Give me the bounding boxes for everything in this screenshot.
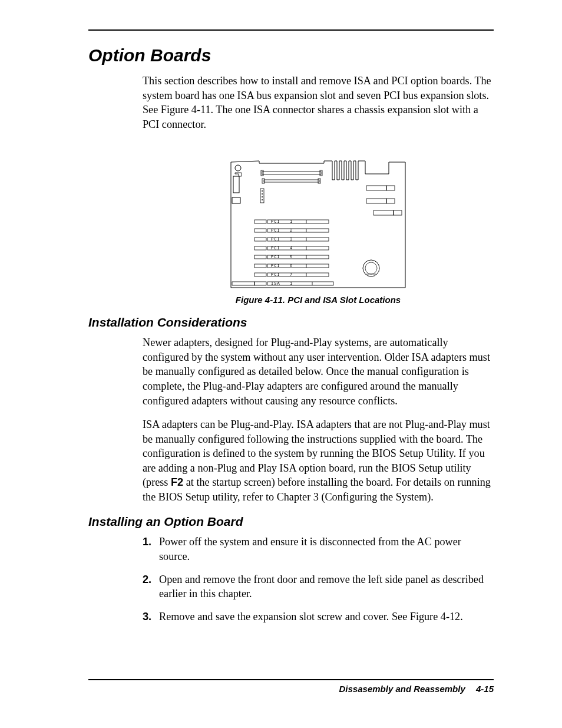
svg-rect-16 bbox=[366, 199, 386, 203]
svg-rect-18 bbox=[373, 210, 394, 215]
svg-rect-28 bbox=[254, 229, 266, 232]
svg-text:4: 4 bbox=[290, 246, 293, 251]
step-text: Power off the system and ensure it is di… bbox=[159, 535, 494, 564]
svg-text:1: 1 bbox=[290, 281, 293, 286]
svg-rect-15 bbox=[386, 186, 395, 190]
step-text: Open and remove the front door and remov… bbox=[159, 572, 494, 601]
svg-rect-1 bbox=[233, 176, 239, 193]
svg-text:2: 2 bbox=[290, 228, 293, 233]
svg-point-0 bbox=[235, 165, 241, 171]
figure-caption: Figure 4-11. PCI and ISA Slot Locations bbox=[143, 295, 494, 305]
list-item: 2. Open and remove the front door and re… bbox=[143, 572, 494, 601]
svg-text:1: 1 bbox=[290, 219, 293, 224]
step-number: 2. bbox=[143, 572, 159, 601]
svg-text:PCI: PCI bbox=[271, 228, 280, 233]
svg-rect-23 bbox=[254, 220, 266, 223]
svg-rect-53 bbox=[254, 273, 266, 276]
svg-text:5: 5 bbox=[290, 255, 293, 259]
svg-rect-14 bbox=[366, 186, 386, 190]
svg-rect-6 bbox=[264, 180, 319, 182]
svg-point-21 bbox=[365, 262, 377, 274]
page-footer: Dissasembly and Reassembly 4-15 bbox=[88, 679, 494, 694]
considerations-p2b: at the startup screen) before installing… bbox=[143, 476, 491, 503]
svg-text:7: 7 bbox=[290, 272, 293, 277]
svg-text:PCI: PCI bbox=[271, 219, 280, 224]
svg-rect-38 bbox=[254, 246, 266, 250]
intro-paragraph: This section describes how to install an… bbox=[143, 74, 494, 131]
board-diagram: PCI1PCI2PCI3PCI4PCI5PCI6PCI7ISA1 bbox=[230, 156, 406, 289]
svg-rect-48 bbox=[254, 264, 266, 268]
footer-page: 4-15 bbox=[476, 684, 494, 694]
svg-point-12 bbox=[262, 196, 263, 197]
step-number: 3. bbox=[143, 610, 159, 624]
svg-text:PCI: PCI bbox=[271, 237, 280, 242]
section-heading-considerations: Installation Considerations bbox=[88, 315, 494, 330]
section-heading-installing: Installing an Option Board bbox=[88, 515, 494, 529]
svg-text:ISA: ISA bbox=[271, 281, 280, 286]
considerations-p1: Newer adapters, designed for Plug-and-Pl… bbox=[143, 335, 494, 408]
step-text: Remove and save the expansion slot screw… bbox=[159, 610, 494, 624]
svg-text:3: 3 bbox=[290, 237, 293, 242]
svg-rect-3 bbox=[262, 172, 321, 174]
svg-rect-17 bbox=[386, 199, 395, 203]
svg-rect-19 bbox=[394, 210, 402, 215]
list-item: 3. Remove and save the expansion slot sc… bbox=[143, 610, 494, 624]
list-item: 1. Power off the system and ensure it is… bbox=[143, 535, 494, 564]
svg-text:PCI: PCI bbox=[271, 255, 280, 259]
svg-point-11 bbox=[262, 193, 263, 195]
svg-rect-43 bbox=[254, 255, 266, 259]
footer-section: Dissasembly and Reassembly bbox=[339, 684, 465, 694]
considerations-p2: ISA adapters can be Plug-and-Play. ISA a… bbox=[143, 417, 494, 504]
figure-4-11: PCI1PCI2PCI3PCI4PCI5PCI6PCI7ISA1 Figure … bbox=[143, 156, 494, 305]
page-content: Option Boards This section describes how… bbox=[88, 29, 494, 678]
svg-rect-33 bbox=[254, 238, 266, 241]
step-number: 1. bbox=[143, 535, 159, 564]
svg-rect-58 bbox=[254, 282, 266, 285]
svg-text:PCI: PCI bbox=[271, 246, 280, 251]
svg-text:6: 6 bbox=[290, 263, 293, 268]
key-f2: F2 bbox=[171, 476, 183, 488]
svg-point-13 bbox=[262, 199, 263, 200]
install-steps: 1. Power off the system and ensure it is… bbox=[143, 535, 494, 624]
svg-rect-2 bbox=[232, 197, 240, 203]
svg-point-10 bbox=[262, 190, 263, 192]
page-title: Option Boards bbox=[88, 45, 494, 65]
svg-text:PCI: PCI bbox=[271, 263, 280, 268]
svg-text:PCI: PCI bbox=[271, 272, 280, 277]
svg-rect-63 bbox=[232, 282, 254, 285]
